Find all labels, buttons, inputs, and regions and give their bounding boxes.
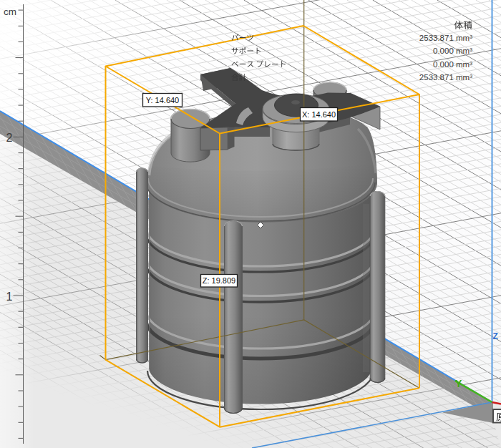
svg-text:1: 1 (6, 291, 13, 303)
svg-text:2533.871 mm³: 2533.871 mm³ (419, 73, 472, 82)
svg-text:X: 14.640: X: 14.640 (302, 110, 336, 119)
svg-text:2: 2 (6, 132, 13, 144)
svg-text:Z: 19.809: Z: 19.809 (203, 276, 235, 285)
svg-text:2533.871 mm³: 2533.871 mm³ (419, 34, 472, 42)
svg-text:cm: cm (4, 6, 16, 17)
svg-text:0.000 mm³: 0.000 mm³ (433, 47, 472, 55)
svg-text:Y: Y (455, 378, 462, 389)
svg-text:0.000 mm³: 0.000 mm³ (433, 60, 472, 69)
svg-text:Z: Z (493, 331, 498, 341)
svg-text:Y: 14.640: Y: 14.640 (146, 96, 180, 104)
